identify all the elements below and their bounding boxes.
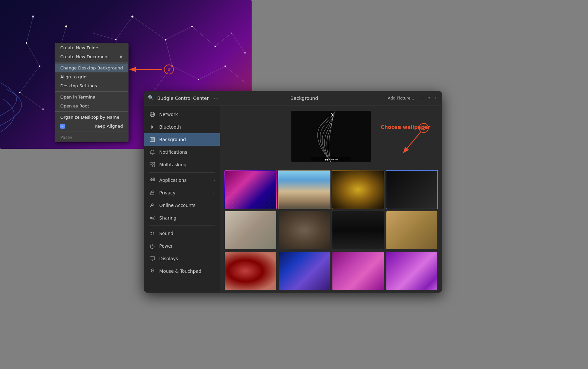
sidebar-item-displays[interactable]: Displays	[144, 252, 220, 265]
context-menu-keep-aligned[interactable]: ✓ Keep Aligned	[55, 122, 128, 131]
svg-rect-72	[150, 257, 155, 260]
svg-point-69	[153, 219, 154, 220]
bluetooth-icon	[149, 124, 155, 130]
sidebar-item-multitasking[interactable]: Multitasking	[144, 158, 220, 171]
minimize-button[interactable]: −	[419, 96, 425, 101]
sidebar-label-online-accounts: Online Accounts	[159, 203, 215, 208]
power-icon	[149, 243, 155, 249]
titlebar-left: 🔍 Budgie Control Center ⋯	[148, 94, 221, 102]
svg-point-35	[39, 65, 40, 67]
displays-icon	[149, 256, 155, 262]
wallpaper-thumb-3[interactable]	[332, 170, 384, 209]
context-menu-change-bg[interactable]: Change Desktop Background	[55, 63, 128, 72]
svg-line-1	[166, 26, 192, 40]
background-panel: ◀ ● ▶ HH:MM	[220, 105, 442, 293]
wallpaper-grid	[220, 167, 442, 293]
context-menu-create-folder[interactable]: Create New Folder	[55, 43, 128, 52]
panel-title-center: Background	[221, 96, 388, 101]
svg-rect-58	[153, 165, 155, 167]
svg-point-24	[231, 33, 232, 34]
svg-rect-65	[151, 192, 154, 195]
online-accounts-icon	[149, 202, 155, 208]
svg-point-37	[42, 108, 44, 110]
sidebar-item-online-accounts[interactable]: Online Accounts	[144, 199, 220, 212]
privacy-icon	[149, 190, 155, 196]
sidebar-item-applications[interactable]: Applications ›	[144, 174, 220, 186]
svg-point-38	[65, 25, 67, 27]
context-menu-organize[interactable]: Organize Desktop by Name	[55, 113, 128, 122]
wallpaper-thumb-4[interactable]	[386, 170, 438, 209]
menu-dots-button[interactable]: ⋯	[211, 94, 220, 102]
wallpaper-thumb-2[interactable]	[278, 170, 331, 209]
separator-1	[55, 62, 128, 62]
context-menu-paste[interactable]: Paste	[55, 133, 128, 142]
wallpaper-thumb-7[interactable]	[332, 211, 384, 250]
wallpaper-thumb-8[interactable]	[386, 211, 438, 250]
add-picture-button[interactable]: Add Picture...	[388, 96, 414, 101]
context-menu: Create New Folder Create New Document ▶ …	[55, 43, 128, 142]
svg-line-9	[152, 66, 172, 93]
svg-line-16	[20, 66, 40, 93]
sidebar-item-notifications[interactable]: Notifications	[144, 146, 220, 158]
close-button[interactable]: ×	[433, 96, 438, 101]
window-controls: Add Picture... − □ ×	[388, 96, 438, 101]
wallpaper-thumb-10[interactable]	[278, 251, 331, 291]
svg-rect-54	[151, 138, 154, 141]
sidebar-label-sharing: Sharing	[159, 215, 215, 221]
svg-line-6	[172, 66, 199, 79]
separator-3	[55, 111, 128, 112]
svg-line-15	[26, 43, 40, 66]
context-menu-create-document[interactable]: Create New Document ▶	[55, 52, 128, 61]
sidebar-item-privacy[interactable]: Privacy ›	[144, 186, 220, 199]
sidebar-divider-2	[149, 226, 215, 226]
context-menu-open-terminal[interactable]: Open in Terminal	[55, 93, 128, 102]
svg-line-71	[152, 218, 153, 219]
wallpaper-thumb-13[interactable]	[224, 292, 277, 293]
svg-line-3	[215, 33, 232, 46]
svg-line-14	[26, 17, 33, 43]
sidebar-label-displays: Displays	[159, 256, 215, 261]
context-menu-align-grid[interactable]: Align to grid	[55, 72, 128, 81]
svg-line-8	[225, 66, 245, 83]
mouse-icon	[149, 268, 155, 274]
wallpaper-thumb-6[interactable]	[278, 211, 331, 250]
applications-arrow-icon: ›	[214, 178, 215, 183]
svg-line-17	[20, 93, 43, 109]
maximize-button[interactable]: □	[426, 96, 431, 101]
context-menu-open-root[interactable]: Open as Root	[55, 102, 128, 110]
sidebar-item-sound[interactable]: Sound	[144, 227, 220, 240]
notifications-icon	[149, 149, 155, 155]
applications-icon	[149, 177, 155, 183]
sidebar-item-sharing[interactable]: Sharing	[144, 212, 220, 224]
svg-point-68	[150, 217, 152, 219]
svg-rect-63	[152, 180, 153, 181]
svg-point-78	[332, 114, 333, 116]
svg-point-23	[215, 46, 216, 47]
wallpaper-thumb-11[interactable]	[332, 251, 384, 291]
wallpaper-thumb-5[interactable]	[224, 211, 277, 250]
sidebar-item-power[interactable]: Power	[144, 240, 220, 252]
svg-rect-77	[291, 111, 371, 162]
context-menu-desktop-settings[interactable]: Desktop Settings	[55, 81, 128, 90]
svg-rect-62	[150, 180, 151, 181]
current-wallpaper-preview: ◀ ● ▶ HH:MM	[291, 111, 371, 162]
svg-line-4	[232, 33, 245, 53]
search-icon[interactable]: 🔍	[148, 95, 155, 102]
svg-rect-57	[150, 165, 152, 167]
wallpaper-thumb-1[interactable]	[224, 170, 277, 209]
svg-point-27	[198, 79, 199, 80]
sidebar-label-network: Network	[159, 112, 215, 117]
svg-rect-64	[153, 180, 155, 181]
wallpaper-thumb-9[interactable]	[224, 251, 277, 291]
sidebar-item-bluetooth[interactable]: Bluetooth	[144, 121, 220, 133]
svg-line-5	[166, 40, 172, 66]
sidebar-item-background[interactable]: Background	[144, 133, 220, 146]
wallpaper-thumb-12[interactable]	[386, 251, 438, 291]
svg-line-12	[93, 33, 116, 40]
sidebar-item-mouse-touchpad[interactable]: Mouse & Touchpad	[144, 265, 220, 277]
sidebar-item-network[interactable]: Network	[144, 108, 220, 121]
keep-aligned-checkbox[interactable]: ✓	[60, 124, 65, 129]
svg-point-33	[32, 16, 34, 18]
svg-line-70	[152, 217, 153, 218]
sidebar-label-multitasking: Multitasking	[159, 162, 215, 167]
